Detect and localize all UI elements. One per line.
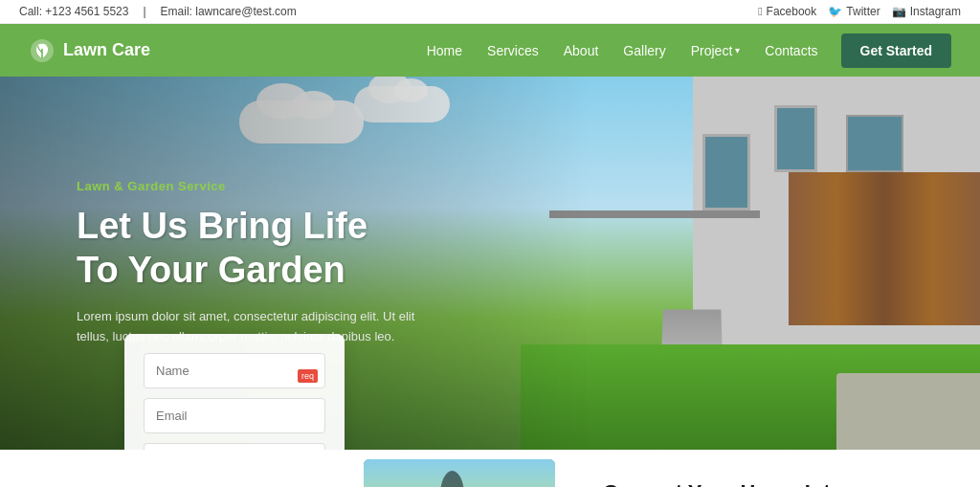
facebook-link[interactable]:  Facebook <box>758 5 816 18</box>
nav-item-services: Services <box>476 35 550 66</box>
nav-item-project: Project ▾ <box>679 35 752 66</box>
logo-icon <box>29 37 56 64</box>
nav-links: Home Services About Gallery Project ▾ <box>415 33 951 68</box>
phone-input[interactable] <box>144 443 325 450</box>
nav-item-cta: Get Started <box>832 33 951 68</box>
facebook-label: Facebook <box>767 5 817 18</box>
logo-text: Lawn Care <box>63 40 150 60</box>
bottom-text-block: Convert Your Home Into A Green House! <box>603 479 843 487</box>
nav-cta-label: Get Started <box>860 43 932 58</box>
email-input[interactable] <box>144 398 325 433</box>
nav-link-gallery[interactable]: Gallery <box>612 35 677 66</box>
bottom-image <box>364 459 555 488</box>
twitter-link[interactable]: 🐦 Twitter <box>828 5 880 18</box>
bottom-title-line1: Convert Your Home Into <box>603 480 843 487</box>
hero-building <box>521 77 980 450</box>
top-bar-contact: Call: +123 4561 5523 | Email: lawncare@t… <box>19 5 297 18</box>
hero-subtitle: Lawn & Garden Service <box>77 179 501 193</box>
nav-link-services[interactable]: Services <box>476 35 550 66</box>
twitter-label: Twitter <box>846 5 880 18</box>
nav-item-home: Home <box>415 35 474 66</box>
nav-item-contacts: Contacts <box>753 35 829 66</box>
logo[interactable]: Lawn Care <box>29 37 150 64</box>
twitter-icon: 🐦 <box>828 5 842 18</box>
nav-link-project[interactable]: Project ▾ <box>679 35 752 66</box>
nav-contacts-label: Contacts <box>765 43 817 58</box>
required-badge: req <box>298 369 318 383</box>
hero-title-line2: To Your Garden <box>77 250 345 290</box>
bottom-title: Convert Your Home Into A Green House! <box>603 479 843 487</box>
instagram-label: Instagram <box>910 5 961 18</box>
hero-title-line1: Let Us Bring Life <box>77 206 368 246</box>
nav-cta-button[interactable]: Get Started <box>841 33 951 68</box>
nav-gallery-label: Gallery <box>623 43 665 58</box>
nav-about-label: About <box>564 43 599 58</box>
name-field-wrapper: req <box>144 353 325 398</box>
chevron-down-icon: ▾ <box>735 45 740 55</box>
hero-title: Let Us Bring Life To Your Garden <box>77 205 501 292</box>
email-label: Email: lawncare@test.com <box>161 5 297 18</box>
nav-project-label: Project <box>691 43 733 58</box>
separator: | <box>143 5 145 18</box>
navbar: Lawn Care Home Services About Gallery Pr… <box>0 24 980 77</box>
nav-link-contacts[interactable]: Contacts <box>753 35 829 66</box>
contact-form-card: req <box>124 334 345 450</box>
nav-services-label: Services <box>487 43 539 58</box>
facebook-icon:  <box>758 5 762 18</box>
nav-item-about: About <box>552 35 611 66</box>
nav-link-about[interactable]: About <box>552 35 611 66</box>
nav-item-gallery: Gallery <box>612 35 677 66</box>
nav-link-home[interactable]: Home <box>415 35 474 66</box>
nav-home-label: Home <box>427 43 462 58</box>
bottom-section: Convert Your Home Into A Green House! <box>0 450 980 487</box>
phone-label: Call: +123 4561 5523 <box>19 5 128 18</box>
social-links:  Facebook 🐦 Twitter 📷 Instagram <box>758 5 961 18</box>
hero-section: Lawn & Garden Service Let Us Bring Life … <box>0 77 980 450</box>
instagram-icon: 📷 <box>892 5 906 18</box>
instagram-link[interactable]: 📷 Instagram <box>892 5 961 18</box>
top-bar: Call: +123 4561 5523 | Email: lawncare@t… <box>0 0 980 24</box>
